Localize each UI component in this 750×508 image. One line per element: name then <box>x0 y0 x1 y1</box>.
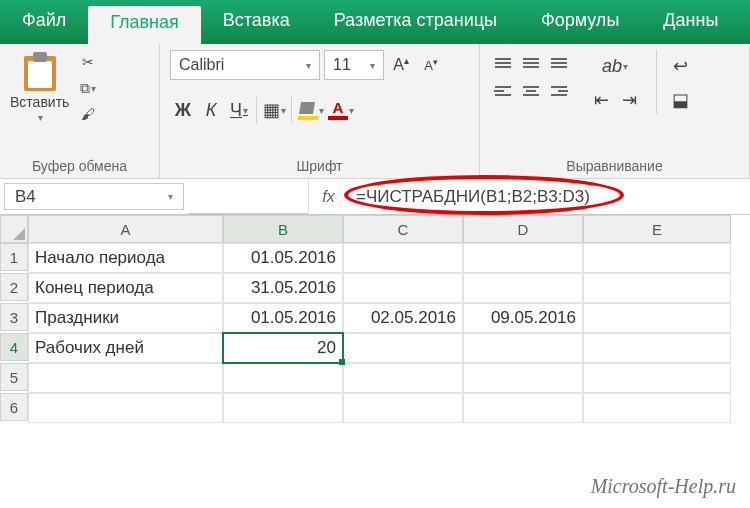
cell-D6[interactable] <box>463 393 583 423</box>
cell-B2[interactable]: 31.05.2016 <box>223 273 343 303</box>
row-header-1[interactable]: 1 <box>0 243 28 271</box>
fx-button[interactable]: fx <box>308 179 348 214</box>
cell-B1[interactable]: 01.05.2016 <box>223 243 343 273</box>
ribbon: Вставить ▾ ✂ ⧉▾ 🖌 Буфер обмена Calibri▾ … <box>0 44 750 179</box>
cell-A2[interactable]: Конец периода <box>28 273 223 303</box>
cut-button[interactable]: ✂ <box>77 52 99 72</box>
cell-E6[interactable] <box>583 393 731 423</box>
increase-indent-button[interactable]: ⇥ <box>616 86 642 114</box>
paste-button[interactable]: Вставить ▾ <box>10 50 69 123</box>
decrease-font-icon: A▾ <box>424 57 438 73</box>
spreadsheet-grid[interactable]: A B C D E 1 Начало периода 01.05.2016 2 … <box>0 215 750 423</box>
indent-icon: ⇥ <box>622 89 637 111</box>
cell-A5[interactable] <box>28 363 223 393</box>
align-left-button[interactable] <box>490 78 516 104</box>
chevron-down-icon: ▾ <box>91 83 96 94</box>
tab-file[interactable]: Файл <box>0 0 88 44</box>
copy-button[interactable]: ⧉▾ <box>77 78 99 98</box>
font-color-button[interactable]: A▾ <box>327 96 355 124</box>
select-all-corner[interactable] <box>0 215 28 243</box>
group-font: Calibri▾ 11▾ A▴ A▾ Ж К Ч▾ ▦▾ ▾ A▾ Шрифт <box>160 44 480 178</box>
cell-A4[interactable]: Рабочих дней <box>28 333 223 363</box>
brush-icon: 🖌 <box>81 106 95 122</box>
cell-B6[interactable] <box>223 393 343 423</box>
row-header-6[interactable]: 6 <box>0 393 28 421</box>
col-header-A[interactable]: A <box>28 215 223 243</box>
merge-button[interactable]: ⬓ <box>667 86 693 114</box>
bold-button[interactable]: Ж <box>170 96 196 124</box>
italic-button[interactable]: К <box>198 96 224 124</box>
cell-E1[interactable] <box>583 243 731 273</box>
orientation-button[interactable]: ab▾ <box>588 52 642 80</box>
cell-A6[interactable] <box>28 393 223 423</box>
font-name-value: Calibri <box>179 56 224 74</box>
outdent-icon: ⇤ <box>594 89 609 111</box>
cell-B5[interactable] <box>223 363 343 393</box>
align-middle-button[interactable] <box>518 50 544 76</box>
decrease-font-button[interactable]: A▾ <box>418 51 444 79</box>
col-header-C[interactable]: C <box>343 215 463 243</box>
cell-B4[interactable]: 20 <box>223 333 343 363</box>
group-label-clipboard: Буфер обмена <box>10 156 149 176</box>
col-header-B[interactable]: B <box>223 215 343 243</box>
formula-input[interactable]: =ЧИСТРАБДНИ(B1;B2;B3:D3) <box>348 179 750 214</box>
cell-D4[interactable] <box>463 333 583 363</box>
cell-C3[interactable]: 02.05.2016 <box>343 303 463 333</box>
cell-E2[interactable] <box>583 273 731 303</box>
borders-button[interactable]: ▦▾ <box>256 96 287 124</box>
cell-C2[interactable] <box>343 273 463 303</box>
align-bottom-button[interactable] <box>546 50 572 76</box>
tab-insert[interactable]: Вставка <box>201 0 312 44</box>
underline-button[interactable]: Ч▾ <box>226 96 252 124</box>
align-right-button[interactable] <box>546 78 572 104</box>
row-header-4[interactable]: 4 <box>0 333 28 361</box>
name-box[interactable]: B4 ▾ <box>4 183 184 210</box>
group-alignment: ab▾ ⇤ ⇥ ↩ ⬓ Выравнивание <box>480 44 750 178</box>
cell-D5[interactable] <box>463 363 583 393</box>
col-header-D[interactable]: D <box>463 215 583 243</box>
cell-D2[interactable] <box>463 273 583 303</box>
chevron-down-icon: ▾ <box>38 112 43 123</box>
cell-C4[interactable] <box>343 333 463 363</box>
row-header-2[interactable]: 2 <box>0 273 28 301</box>
group-label-font: Шрифт <box>170 156 469 176</box>
cell-C1[interactable] <box>343 243 463 273</box>
fill-color-button[interactable]: ▾ <box>291 96 325 124</box>
tab-data[interactable]: Данны <box>641 0 740 44</box>
group-label-alignment: Выравнивание <box>490 156 739 176</box>
merge-icon: ⬓ <box>672 89 689 111</box>
name-box-value: B4 <box>15 187 36 207</box>
col-header-E[interactable]: E <box>583 215 731 243</box>
cell-A1[interactable]: Начало периода <box>28 243 223 273</box>
cell-D1[interactable] <box>463 243 583 273</box>
chevron-down-icon: ▾ <box>349 105 354 116</box>
align-top-button[interactable] <box>490 50 516 76</box>
cell-A3[interactable]: Праздники <box>28 303 223 333</box>
cell-B3[interactable]: 01.05.2016 <box>223 303 343 333</box>
format-painter-button[interactable]: 🖌 <box>77 104 99 124</box>
row-header-5[interactable]: 5 <box>0 363 28 391</box>
font-color-icon: A <box>328 100 348 120</box>
cell-E3[interactable] <box>583 303 731 333</box>
tab-formulas[interactable]: Формулы <box>519 0 641 44</box>
cell-C5[interactable] <box>343 363 463 393</box>
cell-C6[interactable] <box>343 393 463 423</box>
align-center-button[interactable] <box>518 78 544 104</box>
fill-icon <box>298 100 318 120</box>
font-size-combo[interactable]: 11▾ <box>324 50 384 80</box>
wrap-text-button[interactable]: ↩ <box>667 52 693 80</box>
decrease-indent-button[interactable]: ⇤ <box>588 86 614 114</box>
font-name-combo[interactable]: Calibri▾ <box>170 50 320 80</box>
tab-home[interactable]: Главная <box>88 6 201 44</box>
scissors-icon: ✂ <box>82 54 94 70</box>
cell-E4[interactable] <box>583 333 731 363</box>
chevron-down-icon: ▾ <box>623 61 628 72</box>
increase-font-icon: A▴ <box>393 55 409 74</box>
chevron-down-icon: ▾ <box>306 60 311 71</box>
row-header-3[interactable]: 3 <box>0 303 28 331</box>
paste-label: Вставить <box>10 94 69 110</box>
tab-page-layout[interactable]: Разметка страницы <box>312 0 519 44</box>
cell-D3[interactable]: 09.05.2016 <box>463 303 583 333</box>
increase-font-button[interactable]: A▴ <box>388 51 414 79</box>
cell-E5[interactable] <box>583 363 731 393</box>
